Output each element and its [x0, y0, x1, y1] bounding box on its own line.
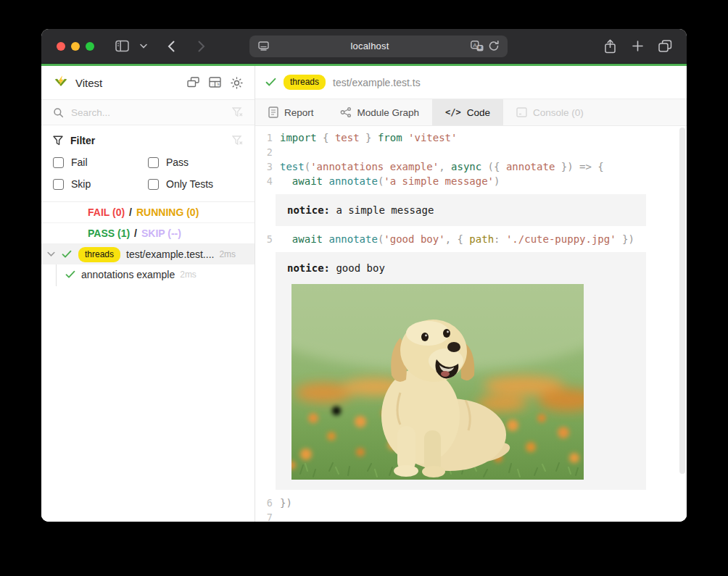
tab-report[interactable]: Report — [255, 99, 327, 125]
vitest-logo — [53, 75, 69, 91]
checkbox-only-tests[interactable] — [148, 179, 159, 190]
filter-option-pass[interactable]: Pass — [148, 156, 243, 168]
clear-filters-icon — [232, 135, 243, 146]
test-case-row[interactable]: annotations example 2ms — [41, 264, 255, 285]
filter-option-only-tests[interactable]: Only Tests — [148, 178, 243, 190]
filter-option-fail[interactable]: Fail — [53, 156, 148, 168]
test-case-duration: 2ms — [180, 270, 197, 280]
code-line: 1import { test } from 'vitest' — [255, 130, 687, 145]
theme-toggle-sun-icon[interactable] — [231, 77, 243, 89]
app-title: Vitest — [75, 77, 102, 89]
pass-count[interactable]: PASS (1) — [88, 228, 130, 239]
svg-text:✱: ✱ — [478, 45, 482, 50]
dashboard-layout-icon[interactable]: ↓ls — [209, 77, 221, 89]
line-number: 5 — [255, 232, 273, 246]
tree-indent-guide — [56, 264, 57, 286]
code-line: 3test('annotations example', async ({ an… — [255, 159, 687, 174]
code-icon: </> — [445, 107, 461, 117]
clear-search-filter-icon — [232, 107, 243, 117]
page-format-icon[interactable] — [255, 38, 271, 54]
view-tabs: Report Module Graph </> Code Console (0) — [255, 99, 687, 126]
puppy-image — [291, 284, 584, 480]
line-number: 2 — [255, 145, 273, 159]
sidebar-toggle-icon[interactable] — [112, 36, 132, 57]
filter-label: Filter — [70, 135, 95, 146]
close-window-button[interactable] — [57, 42, 65, 51]
zoom-window-button[interactable] — [86, 42, 94, 51]
test-case-name: annotations example — [81, 269, 175, 280]
code-text: test('annotations example', async ({ ann… — [280, 159, 604, 174]
svg-text:↓: ↓ — [212, 83, 214, 86]
filter-option-skip[interactable]: Skip — [53, 178, 148, 190]
vitest-sidebar: Vitest ↓ls — [41, 66, 255, 522]
main-panel: threads test/example.test.ts Report Modu… — [255, 66, 687, 522]
test-file-name: test/example.test.... — [126, 249, 214, 260]
checkbox-pass[interactable] — [148, 157, 159, 168]
code-text: await annotate('a simple message') — [280, 174, 500, 188]
test-file-row[interactable]: threads test/example.test.... 2ms — [41, 244, 255, 264]
stats-row-pass-skip[interactable]: PASS (1) / SKIP (--) — [41, 223, 255, 244]
back-button[interactable] — [161, 36, 181, 57]
address-bar[interactable]: localhost A✱ — [249, 36, 508, 57]
checkbox-skip[interactable] — [53, 179, 64, 190]
minimize-window-button[interactable] — [71, 42, 80, 51]
test-stats: FAIL (0) / RUNNING (0) PASS (1) / SKIP (… — [41, 202, 255, 244]
code-line: 5 await annotate('good boy', { path: './… — [255, 232, 687, 246]
filter-section: Filter Fail Pass — [41, 125, 255, 202]
annotation-type-label: notice: — [287, 204, 330, 216]
chevron-down-icon[interactable] — [136, 36, 151, 57]
browser-toolbar: localhost A✱ — [41, 29, 687, 64]
pass-check-icon — [62, 250, 72, 259]
code-line: 6}) — [255, 496, 687, 510]
browser-window: localhost A✱ — [41, 29, 687, 522]
expand-chevron-icon[interactable] — [47, 251, 55, 257]
funnel-icon — [53, 135, 63, 146]
code-text: await annotate('good boy', { path: './cu… — [280, 232, 634, 246]
tab-overview-icon[interactable] — [655, 36, 675, 57]
test-file-duration: 2ms — [219, 249, 236, 259]
pool-badge: threads — [284, 75, 326, 90]
translate-icon[interactable]: A✱ — [468, 38, 486, 54]
code-line: 2 — [255, 145, 687, 159]
new-tab-icon[interactable] — [627, 36, 648, 57]
code-text: }) — [280, 496, 292, 510]
line-number: 3 — [255, 159, 273, 174]
running-count[interactable]: RUNNING (0) — [136, 206, 199, 218]
test-tree: threads test/example.test.... 2ms annota… — [41, 244, 255, 522]
line-number: 6 — [255, 496, 273, 510]
code-line: 7 — [255, 510, 687, 522]
tab-module-graph[interactable]: Module Graph — [327, 99, 433, 125]
line-number: 4 — [255, 174, 273, 188]
annotation-type-label: notice: — [287, 262, 330, 274]
svg-text:ls: ls — [218, 83, 220, 86]
tab-console: Console (0) — [503, 99, 597, 125]
search-input[interactable] — [71, 107, 225, 118]
line-number: 7 — [255, 510, 273, 522]
line-number: 1 — [255, 130, 273, 145]
url-text: localhost — [271, 41, 468, 51]
tab-code[interactable]: </> Code — [432, 99, 503, 125]
svg-text:A: A — [473, 42, 477, 49]
code-line: 4 await annotate('a simple message') — [255, 174, 687, 188]
reload-icon[interactable] — [486, 38, 502, 54]
skip-count[interactable]: SKIP (--) — [141, 228, 181, 239]
file-header: threads test/example.test.ts — [255, 66, 687, 99]
pass-check-icon — [65, 270, 75, 279]
pool-badge: threads — [78, 247, 120, 262]
collapse-panels-icon[interactable] — [187, 77, 199, 89]
share-icon[interactable] — [600, 36, 620, 57]
stats-row-fail-running[interactable]: FAIL (0) / RUNNING (0) — [41, 202, 255, 223]
fail-count[interactable]: FAIL (0) — [88, 206, 125, 218]
code-text: import { test } from 'vitest' — [280, 130, 457, 145]
code-viewer[interactable]: 1import { test } from 'vitest'23test('an… — [255, 126, 687, 522]
vertical-scrollbar[interactable] — [679, 128, 685, 474]
annotation-block: notice: a simple message — [276, 194, 646, 226]
annotation-message: a simple message — [330, 204, 434, 216]
forward-button — [191, 36, 212, 57]
pass-check-icon — [265, 78, 276, 87]
checkbox-fail[interactable] — [53, 157, 64, 168]
file-path: test/example.test.ts — [333, 77, 421, 88]
search-icon — [53, 107, 64, 118]
annotation-message: good boy — [330, 262, 385, 274]
annotation-block: notice: good boy — [276, 252, 646, 490]
